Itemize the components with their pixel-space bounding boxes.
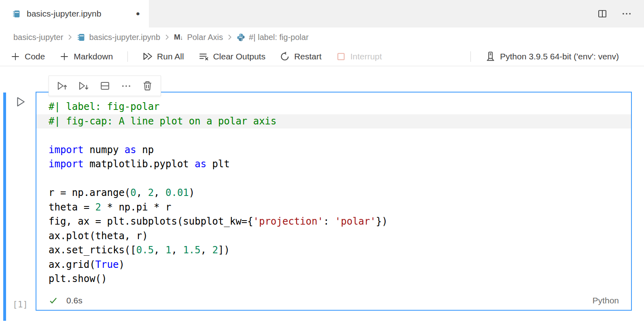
kernel-icon [485, 51, 496, 61]
restart-label: Restart [294, 52, 322, 61]
breadcrumb-item-basics-jupyter[interactable]: basics-jupyter [13, 33, 63, 42]
add-markdown-label: Markdown [74, 52, 113, 61]
restart-button[interactable]: Restart [280, 52, 322, 61]
cell-language-picker[interactable]: Python [593, 296, 619, 305]
cell-toolbar [49, 76, 161, 96]
code-line[interactable]: theta = 2 * np.pi * r [36, 200, 631, 215]
execute-below-button[interactable] [78, 80, 89, 91]
code-editor[interactable]: #| label: fig-polar#| fig-cap: A line pl… [36, 93, 631, 286]
editor-actions [597, 0, 644, 27]
notebook-icon [12, 10, 21, 18]
modified-indicator: ● [136, 10, 140, 18]
python-icon [237, 33, 245, 42]
clear-outputs-label: Clear Outputs [213, 52, 266, 61]
toolbar-divider [127, 51, 128, 62]
success-check-icon [49, 296, 58, 305]
cell-focus-bar [3, 93, 6, 321]
tab-bar: basics-jupyter.ipynb ● [0, 0, 644, 27]
run-cell-button[interactable] [15, 96, 27, 108]
add-markdown-button[interactable]: Markdown [59, 52, 113, 61]
split-editor-icon[interactable] [597, 8, 608, 19]
execution-duration: 0.6s [66, 296, 83, 305]
add-code-button[interactable]: Code [11, 52, 45, 61]
code-cell[interactable]: #| label: fig-polar#| fig-cap: A line pl… [36, 92, 632, 311]
run-all-icon [142, 51, 153, 61]
tab-basics-jupyter[interactable]: basics-jupyter.ipynb ● [0, 0, 149, 27]
split-cell-button[interactable] [100, 80, 110, 91]
clear-outputs-icon [199, 51, 209, 61]
more-actions-button[interactable] [121, 81, 131, 91]
code-line[interactable] [36, 172, 631, 186]
interrupt-button: Interrupt [336, 52, 382, 61]
run-all-button[interactable]: Run All [142, 51, 184, 61]
plus-icon [59, 52, 69, 61]
kernel-picker-label: Python 3.9.5 64-bit ('env': venv) [500, 52, 619, 61]
kernel-picker-button[interactable]: Python 3.9.5 64-bit ('env': venv) [485, 51, 619, 61]
notebook-toolbar: CodeMarkdownRun AllClear OutputsRestartI… [0, 47, 644, 66]
code-line[interactable]: ax.set_rticks([0.5, 1, 1.5, 2]) [36, 243, 631, 258]
clear-outputs-button[interactable]: Clear Outputs [199, 51, 266, 61]
code-line[interactable]: ax.plot(theta, r) [36, 229, 631, 244]
breadcrumb-label: basics-jupyter [13, 33, 63, 42]
execution-count: [1] [13, 300, 28, 309]
code-line[interactable]: fig, ax = plt.subplots(subplot_kw={'proj… [36, 215, 631, 229]
breadcrumb-item-basics-jupyter-ipynb[interactable]: basics-jupyter.ipynb [77, 33, 160, 42]
breadcrumb-label: basics-jupyter.ipynb [89, 33, 160, 42]
run-all-label: Run All [157, 52, 184, 61]
breadcrumb-label: Polar Axis [187, 33, 223, 42]
notebook-icon [77, 33, 85, 42]
breadcrumb: basics-jupyterbasics-jupyter.ipynbM↓Pola… [0, 27, 644, 47]
chevron-right-icon [66, 34, 74, 41]
breadcrumb-label: #| label: fig-polar [249, 33, 309, 42]
markdown-cell-icon: M↓ [174, 33, 183, 42]
notebook-editor: [1] #| label: fig-polar#| fig-cap: A lin… [0, 66, 644, 324]
breadcrumb-item-polar-axis[interactable]: M↓Polar Axis [174, 33, 223, 42]
code-line[interactable] [36, 128, 631, 143]
code-line[interactable]: r = np.arange(0, 2, 0.01) [36, 186, 631, 200]
plus-icon [11, 52, 20, 61]
code-line[interactable]: #| label: fig-polar [36, 100, 631, 114]
interrupt-label: Interrupt [350, 52, 382, 61]
breadcrumb-item--label-fig-polar[interactable]: #| label: fig-polar [237, 33, 309, 42]
delete-cell-button[interactable] [142, 80, 153, 91]
more-actions-icon[interactable] [621, 8, 632, 19]
chevron-right-icon [163, 34, 171, 41]
code-line[interactable]: ax.grid(True) [36, 258, 631, 272]
interrupt-icon [336, 52, 346, 61]
chevron-right-icon [226, 34, 233, 41]
restart-icon [280, 52, 290, 61]
code-line[interactable]: plt.show() [36, 272, 631, 286]
execute-above-button[interactable] [57, 80, 68, 91]
code-line[interactable]: import matplotlib.pyplot as plt [36, 157, 631, 172]
code-line[interactable]: import numpy as np [36, 143, 631, 158]
add-code-label: Code [25, 52, 45, 61]
code-line[interactable]: #| fig-cap: A line plot on a polar axis [36, 114, 631, 129]
cell-status-bar: 0.6s Python [36, 291, 631, 310]
toolbar-divider [470, 51, 471, 62]
tab-title: basics-jupyter.ipynb [27, 9, 101, 19]
